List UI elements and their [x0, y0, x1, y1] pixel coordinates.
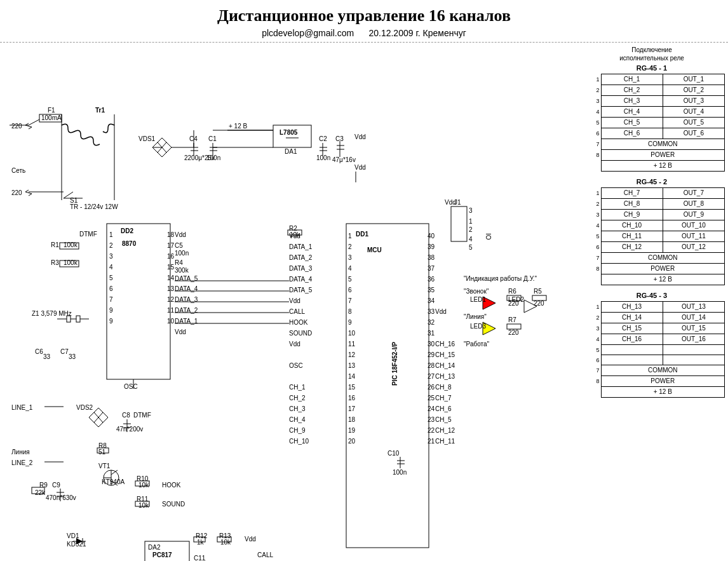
right-panel-title: Подключение исполнительных реле	[579, 46, 725, 62]
svg-text:R1: R1	[51, 241, 59, 248]
svg-text:8: 8	[348, 308, 352, 315]
ch-cell: CH_6	[601, 128, 663, 139]
out-cell	[663, 345, 724, 355]
pin-num: 3	[579, 323, 601, 334]
svg-text:C5: C5	[175, 242, 183, 249]
svg-text:23: 23	[428, 416, 435, 423]
svg-text:DTMF: DTMF	[133, 412, 151, 419]
svg-text:17: 17	[167, 242, 175, 249]
svg-text:3: 3	[109, 253, 113, 260]
svg-text:7: 7	[109, 296, 113, 303]
svg-text:LINE_2: LINE_2	[11, 459, 33, 466]
svg-text:1: 1	[469, 218, 473, 225]
ch-cell: CH_14	[601, 313, 663, 323]
svg-text:47μ*16v: 47μ*16v	[332, 156, 356, 163]
svg-text:3: 3	[348, 254, 352, 261]
pin-num: 1	[579, 302, 601, 313]
svg-text:Vdd: Vdd	[445, 199, 456, 206]
out-cell: OUT_15	[663, 323, 724, 334]
plus12v-cell: + 12 В	[601, 387, 725, 398]
pin-num: 5	[579, 231, 601, 242]
svg-text:CH_5: CH_5	[435, 416, 452, 423]
svg-line-5	[29, 119, 39, 125]
svg-text:17: 17	[348, 405, 356, 412]
svg-text:CH_9: CH_9	[289, 427, 306, 434]
svg-text:1: 1	[348, 233, 352, 240]
out-cell	[663, 355, 724, 365]
rg45-1-title: RG-45 - 1	[579, 64, 725, 72]
table-row: 3 CH_15 OUT_15	[579, 323, 725, 334]
common-cell: COMMON	[601, 365, 725, 376]
svg-text:2: 2	[109, 242, 113, 249]
pin-num: 7	[579, 365, 601, 376]
rg45-1-table: 1 CH_1 OUT_1 2 CH_2 OUT_2 3 CH_3 OUT_3 4…	[579, 74, 725, 172]
rg45-3-table: 1 CH_13 OUT_13 2 CH_14 OUT_14 3 CH_15 OU…	[579, 301, 725, 398]
svg-text:16: 16	[167, 253, 175, 260]
pin-num	[579, 387, 601, 398]
svg-text:VDS2: VDS2	[76, 404, 93, 411]
svg-text:47n*200v: 47n*200v	[116, 426, 143, 433]
svg-text:4: 4	[109, 264, 113, 271]
svg-text:C7: C7	[60, 348, 69, 355]
svg-text:11: 11	[167, 307, 175, 314]
svg-text:100mA: 100mA	[41, 114, 62, 121]
svg-text:2: 2	[348, 243, 352, 250]
ch-cell: CH_4	[601, 107, 663, 118]
svg-text:CH_3: CH_3	[289, 405, 306, 412]
svg-text:F1: F1	[48, 107, 55, 114]
svg-text:Vdd: Vdd	[245, 536, 256, 543]
svg-text:12: 12	[167, 296, 175, 303]
pin-num	[579, 274, 601, 285]
svg-text:HOOK: HOOK	[162, 482, 181, 489]
pin-num: 6	[579, 355, 601, 365]
svg-rect-63	[76, 316, 80, 322]
svg-text:IO: IO	[485, 233, 492, 240]
table-row: 2 CH_2 OUT_2	[579, 85, 725, 96]
svg-text:11: 11	[348, 341, 356, 348]
table-row: 6 CH_12 OUT_12	[579, 242, 725, 253]
svg-text:CH_4: CH_4	[289, 416, 306, 423]
svg-text:33: 33	[428, 308, 435, 315]
svg-text:21: 21	[428, 438, 435, 445]
table-row: 5 CH_11 OUT_11	[579, 231, 725, 242]
table-row: 7 COMMON	[579, 253, 725, 264]
svg-text:+ 12 В: + 12 В	[229, 123, 248, 130]
table-row: 5	[579, 345, 725, 355]
out-cell: OUT_9	[663, 210, 724, 220]
svg-text:39: 39	[428, 243, 435, 250]
out-cell: OUT_5	[663, 118, 724, 128]
svg-text:10: 10	[167, 318, 175, 325]
svg-text:18: 18	[167, 231, 175, 238]
svg-text:VDS1: VDS1	[138, 135, 156, 142]
svg-text:15: 15	[348, 384, 356, 391]
svg-text:DA1: DA1	[285, 148, 297, 155]
out-cell: OUT_14	[663, 313, 724, 323]
svg-text:CH_12: CH_12	[435, 427, 455, 434]
svg-text:CH_10: CH_10	[289, 438, 309, 445]
svg-text:Vdd: Vdd	[435, 308, 447, 315]
table-row: 6	[579, 355, 725, 365]
svg-text:220: 220	[534, 300, 544, 307]
rg45-2-block: RG-45 - 2 1 CH_7 OUT_7 2 CH_8 OUT_8 3 CH…	[579, 178, 725, 285]
out-cell: OUT_2	[663, 85, 724, 96]
svg-text:LED1: LED1	[470, 296, 486, 303]
svg-text:30: 30	[428, 341, 435, 348]
table-row: 8 POWER	[579, 376, 725, 387]
svg-text:SOUND: SOUND	[162, 501, 185, 508]
ch-cell: CH_8	[601, 199, 663, 210]
svg-text:Vdd: Vdd	[289, 341, 300, 348]
out-cell: OUT_3	[663, 96, 724, 107]
rg45-2-title: RG-45 - 2	[579, 178, 725, 186]
pin-num: 6	[579, 128, 601, 139]
svg-text:15: 15	[167, 264, 175, 271]
power-cell: POWER	[601, 150, 725, 161]
pin-num: 4	[579, 334, 601, 345]
svg-text:9: 9	[109, 307, 113, 314]
pin-num: 5	[579, 118, 601, 128]
svg-text:38: 38	[428, 254, 435, 261]
rg45-1-block: RG-45 - 1 1 CH_1 OUT_1 2 CH_2 OUT_2 3 CH…	[579, 64, 725, 172]
table-row: 4 CH_16 OUT_16	[579, 334, 725, 345]
svg-text:5: 5	[348, 276, 352, 283]
svg-text:DTMF: DTMF	[79, 231, 97, 238]
power-cell: POWER	[601, 264, 725, 274]
